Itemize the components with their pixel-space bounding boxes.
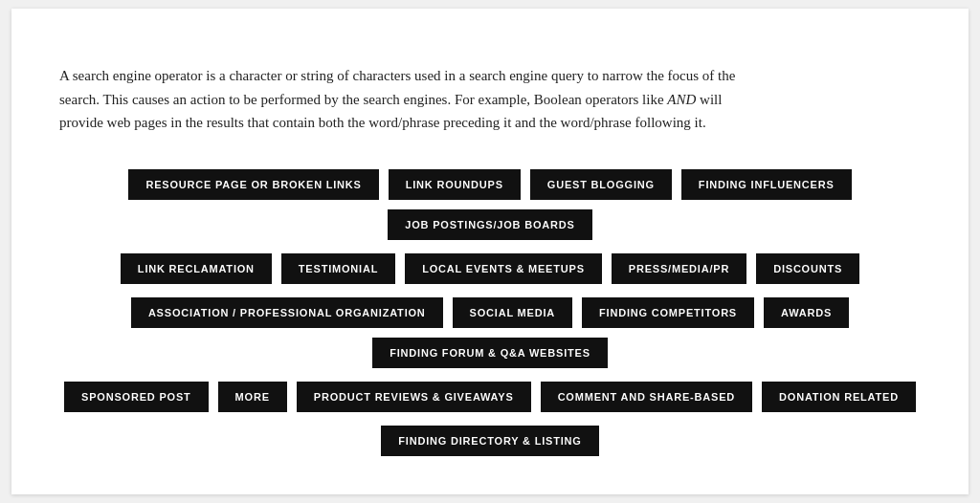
- tag-button[interactable]: FINDING INFLUENCERS: [681, 169, 852, 200]
- page-description: A search engine operator is a character …: [59, 64, 748, 135]
- tags-row-2: ASSOCIATION / PROFESSIONAL ORGANIZATIONS…: [59, 297, 921, 368]
- tag-button[interactable]: AWARDS: [764, 297, 849, 328]
- tags-row-0: RESOURCE PAGE OR BROKEN LINKSLINK ROUNDU…: [59, 169, 921, 240]
- tag-button[interactable]: ASSOCIATION / PROFESSIONAL ORGANIZATION: [131, 297, 443, 328]
- tag-button[interactable]: FINDING DIRECTORY & LISTING: [381, 426, 598, 456]
- tag-button[interactable]: MORE: [218, 382, 287, 412]
- tag-button[interactable]: TESTIMONIAL: [281, 253, 395, 284]
- tag-button[interactable]: FINDING COMPETITORS: [582, 297, 754, 328]
- tag-button[interactable]: FINDING FORUM & Q&A WEBSITES: [372, 338, 608, 368]
- tag-button[interactable]: PRESS/MEDIA/PR: [612, 253, 746, 284]
- tag-button[interactable]: DONATION RELATED: [762, 382, 916, 412]
- tag-button[interactable]: LOCAL EVENTS & MEETUPS: [405, 253, 602, 284]
- tag-button[interactable]: SPONSORED POST: [64, 382, 209, 412]
- tag-button[interactable]: LINK ROUNDUPS: [389, 169, 521, 200]
- tag-button[interactable]: DISCOUNTS: [756, 253, 859, 284]
- tag-button[interactable]: GUEST BLOGGING: [530, 169, 672, 200]
- tag-button[interactable]: SOCIAL MEDIA: [453, 297, 572, 328]
- tag-button[interactable]: COMMENT AND SHARE-BASED: [541, 382, 752, 412]
- tags-row-4: FINDING DIRECTORY & LISTING: [381, 426, 598, 456]
- tag-button[interactable]: RESOURCE PAGE OR BROKEN LINKS: [128, 169, 378, 200]
- tags-row-1: LINK RECLAMATIONTESTIMONIALLOCAL EVENTS …: [121, 253, 859, 284]
- tag-button[interactable]: PRODUCT REVIEWS & GIVEAWAYS: [297, 382, 531, 412]
- page-container: A search engine operator is a character …: [11, 9, 969, 494]
- tag-button[interactable]: LINK RECLAMATION: [121, 253, 272, 284]
- tag-button[interactable]: JOB POSTINGS/JOB BOARDS: [388, 209, 591, 240]
- tags-section: RESOURCE PAGE OR BROKEN LINKSLINK ROUNDU…: [59, 169, 921, 456]
- tags-row-3: SPONSORED POSTMOREPRODUCT REVIEWS & GIVE…: [64, 382, 916, 412]
